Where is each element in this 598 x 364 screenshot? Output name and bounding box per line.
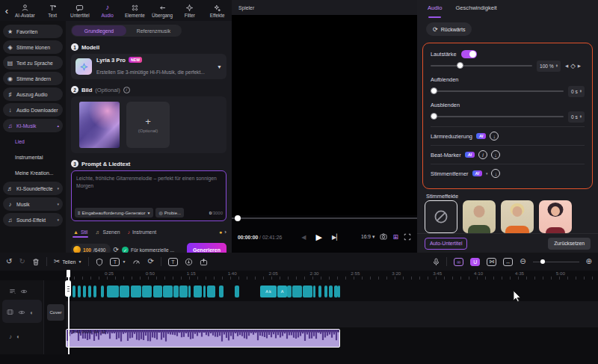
record-voiceover-icon[interactable] (433, 258, 440, 266)
download-circle-icon[interactable]: ↓ (491, 169, 500, 178)
tab-filter[interactable]: Filter (177, 0, 203, 21)
rotate-icon[interactable]: ⟳ (147, 258, 153, 265)
volume-slider[interactable] (431, 62, 532, 70)
voice-effect-girl[interactable] (539, 200, 572, 233)
subtitle-clip[interactable] (73, 286, 75, 297)
volume-value[interactable]: 100 %▴▾ (537, 61, 561, 72)
sidebar-item-stimme-aendern[interactable]: ◉Stimme ändern (3, 72, 63, 85)
subtitle-clip[interactable] (83, 286, 86, 297)
mute-icon[interactable]: ◐ (30, 309, 34, 316)
subtitle-clip[interactable] (194, 286, 202, 297)
subtitle-clip[interactable] (93, 286, 96, 297)
speed-icon[interactable] (132, 258, 141, 266)
next-keyframe-icon[interactable]: ▶ (578, 64, 581, 68)
spinner-icons[interactable]: ▴▾ (556, 64, 558, 68)
download-tool-icon[interactable] (185, 258, 193, 266)
ripple-edit-icon[interactable]: ↔ (503, 258, 513, 266)
download-circle-icon[interactable]: ↓ (491, 150, 500, 159)
add-image-button[interactable]: + (Optional) (126, 102, 170, 148)
subtitle-clip[interactable] (153, 286, 162, 297)
subtitle-clip[interactable] (107, 286, 119, 297)
subtitle-clip[interactable] (163, 286, 173, 297)
sidebar-item-lied[interactable]: Lied (3, 135, 63, 148)
info-icon[interactable]: i (123, 87, 130, 93)
prompt-textarea[interactable]: Leichte, fröhliche Gitarrenmelodie – per… (71, 170, 226, 221)
sidebar-item-meine-kreationen[interactable]: Meine Kreation... (3, 166, 63, 179)
tab-audio-properties[interactable]: Audio (428, 4, 442, 19)
subtitle-clip[interactable] (88, 286, 91, 297)
tab-szenen[interactable]: ♬Szenen (93, 226, 122, 238)
subtitle-clip[interactable] (313, 286, 315, 297)
subtitle-clip[interactable] (329, 286, 333, 297)
subtitle-clip[interactable] (207, 286, 215, 297)
volume-toggle[interactable] (461, 50, 477, 58)
fade-in-slider[interactable] (431, 87, 564, 95)
seek-knob[interactable] (235, 215, 241, 221)
fullscreen-icon[interactable] (404, 233, 411, 241)
chevron-down-icon[interactable]: ▼ (217, 64, 222, 70)
tab-audio[interactable]: ♪ Audio (94, 0, 120, 21)
sidebar-item-instrumental[interactable]: Instrumental (3, 150, 63, 164)
fade-out-slider[interactable] (431, 113, 564, 120)
zoom-out-icon[interactable]: ⊖ (520, 258, 525, 265)
subtitle-clip[interactable]: A k (260, 286, 277, 297)
chevron-right-icon[interactable]: › (224, 229, 226, 235)
probe-button[interactable]: ◎Probie... (155, 208, 184, 218)
subtitle-clip[interactable]: A (277, 286, 287, 297)
sidebar-item-musik[interactable]: ♪Musik▾ (3, 197, 63, 211)
subtitle-clip[interactable] (303, 286, 312, 297)
subtitle-clip[interactable] (324, 286, 327, 297)
subtitle-clip[interactable] (142, 286, 152, 297)
info-circle-icon[interactable]: i (478, 150, 487, 159)
tab-elemente[interactable]: Elemente (122, 0, 148, 21)
download-circle-icon[interactable]: ↓ (490, 132, 499, 141)
aspect-ratio-select[interactable]: 16:9 ▾ (361, 234, 375, 240)
tab-effekte[interactable]: Effekte (204, 0, 230, 21)
tab-stil[interactable]: ▲Stil (71, 226, 90, 238)
subtitle-clip[interactable] (219, 286, 224, 297)
timeline-ruler[interactable]: 0:250:501:151:402:052:302:553:203:454:10… (66, 271, 598, 280)
undo-icon[interactable]: ↺ (6, 258, 12, 265)
sidebar-item-ki-musik[interactable]: ♫KI-Musik▴ (3, 119, 63, 132)
model-selector[interactable]: Lyria 3 ProNEW Erstellen Sie 3-minütige … (71, 54, 226, 79)
export-icon[interactable] (200, 258, 208, 266)
sidebar-item-text-zu-sprache[interactable]: ▤Text zu Sprache (3, 56, 63, 70)
mute-icon[interactable]: ◐ (16, 333, 20, 340)
subtitle-clip[interactable] (292, 286, 302, 297)
voice-effect-woman[interactable] (501, 200, 534, 233)
sidebar-item-auszug-audio[interactable]: ♯Auszug Audio (3, 87, 63, 101)
voice-effect-man[interactable] (463, 200, 496, 233)
subtitle-tool-icon[interactable]: T (168, 258, 178, 266)
tab-referenzmusik[interactable]: Referenzmusik (126, 25, 181, 36)
subtitle-clip[interactable] (101, 286, 104, 297)
unlink-icon[interactable]: ⋈ (487, 258, 496, 266)
voice-effect-none[interactable] (425, 200, 457, 233)
reset-button[interactable]: Zurücksetzen (548, 238, 591, 250)
tab-text[interactable]: Text (40, 0, 66, 21)
sidebar-item-stimme-klonen[interactable]: ◈Stimme klonen (3, 40, 63, 54)
subtitle-clip[interactable] (173, 286, 179, 297)
subtitle-clip[interactable] (78, 286, 81, 297)
fade-in-value[interactable]: 0 s▴▾ (568, 86, 585, 97)
uploaded-image-thumbnail[interactable] (79, 102, 120, 148)
subtitle-clip[interactable] (318, 286, 321, 297)
step-forward-button[interactable]: ▶▏ (332, 234, 341, 241)
redo-icon[interactable]: ↻ (19, 258, 25, 265)
magnet-snap-icon[interactable]: U (470, 258, 480, 266)
reverse-button[interactable]: ⟳ Rückwärts (426, 22, 472, 36)
tab-uebergang[interactable]: Übergang (150, 0, 176, 21)
audio-clip[interactable]: ♪ 2:41 2020_04_12 (66, 329, 340, 348)
subtitle-clip[interactable] (338, 286, 340, 297)
subtitle-clip[interactable] (287, 286, 292, 297)
tab-geschwindigkeit[interactable]: Geschwindigkeit (455, 4, 496, 19)
fade-out-value[interactable]: 0 s▴▾ (568, 111, 585, 123)
video-preview[interactable] (232, 15, 417, 215)
grid-icon[interactable]: ⊞ (392, 233, 398, 241)
step-back-button[interactable]: ◀ (301, 234, 306, 241)
chevron-down-icon[interactable]: ▾ (486, 171, 488, 176)
subtitle-clip[interactable] (179, 286, 188, 297)
link-clips-icon[interactable]: ∞ (454, 258, 463, 266)
zoom-in-icon[interactable]: ⊕ (586, 258, 592, 265)
timeline-zoom-slider[interactable] (533, 259, 579, 265)
subtitle-clip[interactable] (120, 286, 129, 297)
